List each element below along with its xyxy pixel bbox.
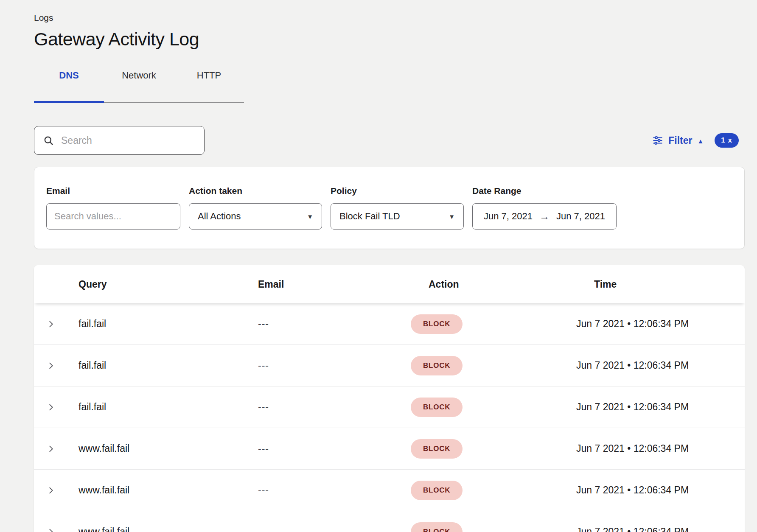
filter-field-action: Action taken All Actions ▼ bbox=[189, 186, 322, 230]
email-filter-input[interactable] bbox=[54, 211, 172, 222]
search-input[interactable] bbox=[61, 135, 196, 146]
table-row[interactable]: www.fail.fail --- BLOCK Jun 7 2021 • 12:… bbox=[34, 470, 745, 511]
expand-row-button[interactable] bbox=[34, 319, 68, 329]
action-cell: BLOCK bbox=[411, 522, 576, 532]
time-cell: Jun 7 2021 • 12:06:34 PM bbox=[576, 360, 745, 371]
action-cell: BLOCK bbox=[411, 398, 576, 417]
email-cell: --- bbox=[258, 318, 411, 330]
expand-row-button[interactable] bbox=[34, 403, 68, 412]
time-cell: Jun 7 2021 • 12:06:34 PM bbox=[576, 401, 745, 413]
expand-row-button[interactable] bbox=[34, 444, 68, 454]
action-filter-select[interactable]: All Actions ▼ bbox=[189, 203, 322, 230]
policy-filter-select[interactable]: Block Fail TLD ▼ bbox=[331, 203, 464, 230]
table-row[interactable]: www.fail.fail --- BLOCK Jun 7 2021 • 12:… bbox=[34, 428, 745, 470]
column-header-query: Query bbox=[68, 279, 258, 290]
daterange-filter-label: Date Range bbox=[472, 186, 617, 196]
query-cell: fail.fail bbox=[68, 318, 258, 330]
tab-bar: DNS Network HTTP bbox=[34, 67, 244, 103]
chevron-right-icon bbox=[46, 403, 56, 412]
query-cell: fail.fail bbox=[68, 401, 258, 413]
block-action-badge: BLOCK bbox=[411, 522, 463, 532]
email-cell: --- bbox=[258, 484, 411, 496]
email-cell: --- bbox=[258, 443, 411, 454]
chevron-right-icon bbox=[46, 486, 56, 495]
policy-filter-value: Block Fail TLD bbox=[339, 211, 400, 222]
chevron-down-icon: ▼ bbox=[449, 213, 455, 220]
search-icon bbox=[43, 135, 54, 146]
block-action-badge: BLOCK bbox=[411, 481, 463, 500]
arrow-right-icon: → bbox=[539, 210, 550, 222]
page-title: Gateway Activity Log bbox=[34, 29, 745, 50]
email-cell: --- bbox=[258, 360, 411, 371]
action-cell: BLOCK bbox=[411, 314, 576, 334]
tab-network[interactable]: Network bbox=[104, 67, 174, 102]
block-action-badge: BLOCK bbox=[411, 439, 463, 459]
chevron-up-icon[interactable]: ▲ bbox=[698, 137, 704, 145]
column-header-email: Email bbox=[258, 279, 411, 290]
filter-button[interactable]: Filter bbox=[668, 135, 692, 146]
chevron-right-icon bbox=[46, 527, 56, 532]
filter-sliders-icon[interactable] bbox=[652, 135, 663, 146]
chevron-right-icon bbox=[46, 444, 56, 454]
expand-row-button[interactable] bbox=[34, 527, 68, 532]
email-cell: --- bbox=[258, 526, 411, 532]
action-filter-value: All Actions bbox=[198, 211, 241, 222]
action-cell: BLOCK bbox=[411, 439, 576, 459]
action-filter-label: Action taken bbox=[189, 186, 322, 196]
daterange-end: Jun 7, 2021 bbox=[556, 211, 605, 222]
column-header-time: Time bbox=[576, 279, 745, 290]
tab-dns[interactable]: DNS bbox=[34, 67, 104, 102]
chevron-right-icon bbox=[46, 319, 56, 329]
chevron-down-icon: ▼ bbox=[307, 213, 313, 220]
block-action-badge: BLOCK bbox=[411, 356, 463, 375]
email-filter-box[interactable] bbox=[46, 203, 180, 230]
block-action-badge: BLOCK bbox=[411, 398, 463, 417]
page-content: Logs Gateway Activity Log DNS Network HT… bbox=[34, 0, 745, 532]
time-cell: Jun 7 2021 • 12:06:34 PM bbox=[576, 526, 745, 532]
table-row[interactable]: fail.fail --- BLOCK Jun 7 2021 • 12:06:3… bbox=[34, 345, 745, 386]
chevron-right-icon bbox=[46, 361, 56, 370]
column-header-action: Action bbox=[411, 279, 576, 290]
time-cell: Jun 7 2021 • 12:06:34 PM bbox=[576, 484, 745, 496]
filter-control: Filter ▲ 1 x bbox=[652, 133, 745, 148]
time-cell: Jun 7 2021 • 12:06:34 PM bbox=[576, 318, 745, 330]
table-row[interactable]: fail.fail --- BLOCK Jun 7 2021 • 12:06:3… bbox=[34, 386, 745, 428]
query-cell: www.fail.fail bbox=[68, 484, 258, 496]
activity-log-table: Query Email Action Time fail.fail -- bbox=[34, 265, 745, 532]
tab-http[interactable]: HTTP bbox=[174, 67, 244, 102]
daterange-start: Jun 7, 2021 bbox=[484, 211, 533, 222]
action-cell: BLOCK bbox=[411, 356, 576, 375]
block-action-badge: BLOCK bbox=[411, 314, 463, 334]
filter-field-email: Email bbox=[46, 186, 180, 230]
table-body: fail.fail --- BLOCK Jun 7 2021 • 12:06:3… bbox=[34, 303, 745, 532]
action-cell: BLOCK bbox=[411, 481, 576, 500]
daterange-picker[interactable]: Jun 7, 2021 → Jun 7, 2021 bbox=[472, 203, 617, 230]
breadcrumb[interactable]: Logs bbox=[34, 13, 745, 23]
query-cell: fail.fail bbox=[68, 360, 258, 371]
query-cell: www.fail.fail bbox=[68, 443, 258, 454]
search-box[interactable] bbox=[34, 126, 205, 155]
table-header-row: Query Email Action Time bbox=[34, 265, 745, 303]
table-row[interactable]: www.fail.fail --- BLOCK Jun 7 2021 • 12:… bbox=[34, 511, 745, 532]
filter-panel: Email Action taken All Actions ▼ Policy … bbox=[34, 167, 745, 249]
expand-row-button[interactable] bbox=[34, 361, 68, 370]
query-cell: www.fail.fail bbox=[68, 526, 258, 532]
email-filter-label: Email bbox=[46, 186, 180, 196]
search-filter-row: Filter ▲ 1 x bbox=[34, 126, 745, 155]
email-cell: --- bbox=[258, 401, 411, 413]
policy-filter-label: Policy bbox=[331, 186, 464, 196]
table-row[interactable]: fail.fail --- BLOCK Jun 7 2021 • 12:06:3… bbox=[34, 303, 745, 345]
time-cell: Jun 7 2021 • 12:06:34 PM bbox=[576, 443, 745, 454]
filter-field-policy: Policy Block Fail TLD ▼ bbox=[331, 186, 464, 230]
expand-row-button[interactable] bbox=[34, 486, 68, 495]
filter-field-daterange: Date Range Jun 7, 2021 → Jun 7, 2021 bbox=[472, 186, 617, 230]
filter-count-badge[interactable]: 1 x bbox=[715, 133, 739, 148]
